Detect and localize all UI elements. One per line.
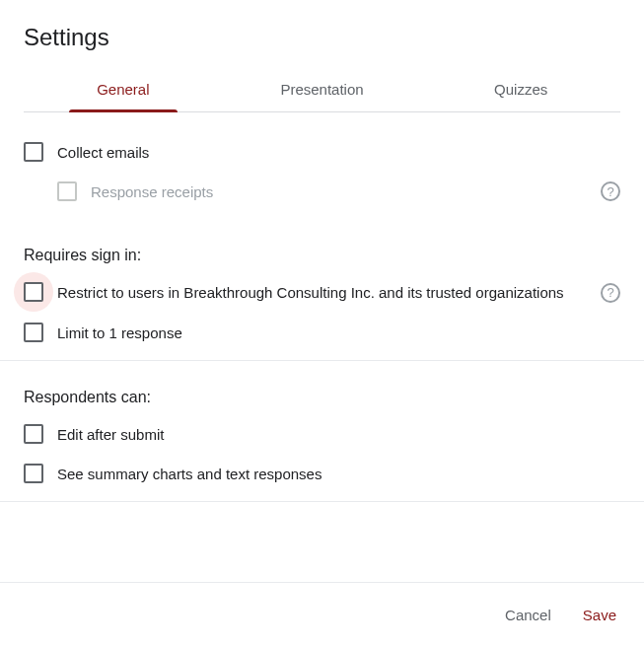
limit-response-checkbox[interactable]: [24, 323, 43, 342]
collect-emails-label: Collect emails: [57, 144, 620, 161]
dialog-title: Settings: [24, 24, 620, 51]
checkbox-wrapper: [57, 181, 77, 201]
edit-after-submit-label: Edit after submit: [57, 426, 620, 443]
restrict-users-label: Restrict to users in Breakthrough Consul…: [57, 282, 593, 303]
row-response-receipts: Response receipts ?: [57, 172, 620, 211]
limit-response-label: Limit to 1 response: [57, 324, 620, 341]
save-button[interactable]: Save: [579, 599, 620, 631]
requires-signin-heading: Requires sign in:: [24, 239, 620, 264]
tab-presentation[interactable]: Presentation: [223, 67, 422, 111]
row-limit-response: Limit to 1 response: [24, 313, 620, 352]
section-collect: Collect emails Response receipts ?: [0, 112, 644, 219]
tab-general[interactable]: General: [24, 67, 223, 111]
response-receipts-checkbox: [57, 181, 77, 201]
row-collect-emails: Collect emails: [24, 132, 620, 172]
dialog-footer: Cancel Save: [0, 582, 644, 647]
row-see-summary: See summary charts and text responses: [24, 454, 620, 493]
checkbox-wrapper: [24, 282, 43, 302]
section-respondents: Respondents can: Edit after submit See s…: [0, 361, 644, 502]
settings-content: Collect emails Response receipts ? Requi…: [0, 112, 644, 582]
row-restrict-wrapper: Restrict to users in Breakthrough Consul…: [24, 272, 620, 313]
row-restrict-users: Restrict to users in Breakthrough Consul…: [24, 272, 593, 313]
see-summary-label: See summary charts and text responses: [57, 466, 620, 482]
collect-emails-checkbox[interactable]: [24, 142, 43, 162]
checkbox-wrapper: [24, 464, 43, 483]
cancel-button[interactable]: Cancel: [501, 599, 555, 631]
settings-dialog: Settings General Presentation Quizzes Co…: [0, 0, 644, 647]
tabs-container: General Presentation Quizzes: [24, 67, 620, 112]
tab-quizzes[interactable]: Quizzes: [421, 67, 620, 111]
section-requires-signin: Requires sign in: Restrict to users in B…: [0, 219, 644, 361]
row-edit-after-submit: Edit after submit: [24, 414, 620, 454]
checkbox-wrapper: [24, 142, 43, 162]
checkbox-wrapper: [24, 424, 43, 444]
help-icon[interactable]: ?: [601, 181, 620, 201]
response-receipts-label: Response receipts: [91, 183, 581, 200]
help-icon[interactable]: ?: [601, 283, 620, 303]
respondents-heading: Respondents can:: [24, 381, 620, 406]
edit-after-submit-checkbox[interactable]: [24, 424, 43, 444]
checkbox-wrapper: [24, 323, 43, 342]
restrict-users-checkbox[interactable]: [24, 282, 43, 302]
see-summary-checkbox[interactable]: [24, 464, 43, 483]
dialog-header: Settings General Presentation Quizzes: [0, 0, 644, 112]
